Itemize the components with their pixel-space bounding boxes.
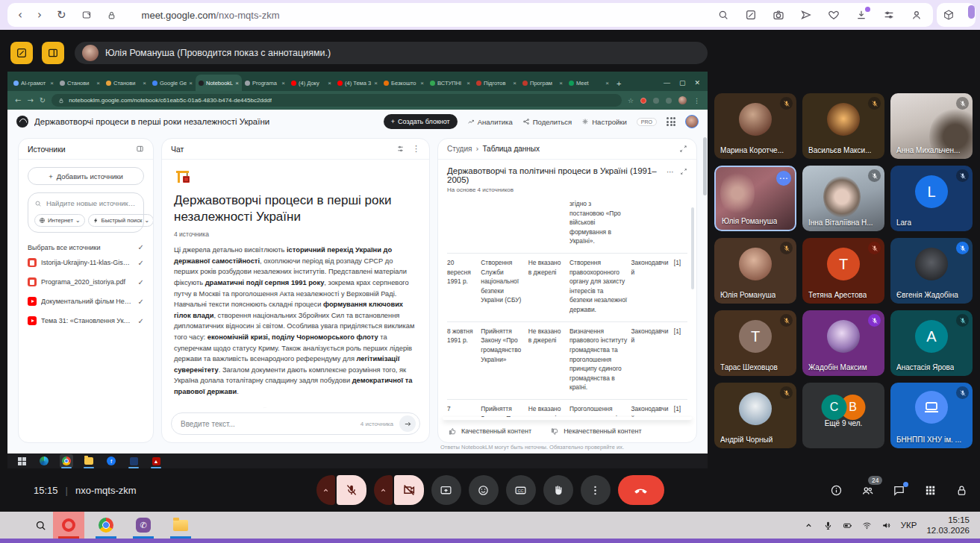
sidebar-handle[interactable] bbox=[968, 5, 975, 19]
settings-button[interactable]: Настройки bbox=[581, 118, 627, 126]
tab-close-icon[interactable]: × bbox=[96, 80, 100, 87]
browser-tab[interactable]: Програм× bbox=[519, 75, 566, 91]
expand-icon[interactable] bbox=[679, 145, 687, 153]
participant-tile[interactable]: Анна Михальчен... bbox=[890, 93, 973, 159]
extensions-sliders-icon[interactable] bbox=[883, 9, 895, 21]
discover-sources-card[interactable]: Найдите новые источники в Интернет⌄ Быст… bbox=[28, 192, 144, 233]
tab-preview-icon[interactable] bbox=[81, 10, 92, 20]
taskbar-explorer-icon[interactable] bbox=[165, 512, 196, 539]
participant-tile[interactable]: T Тарас Шеховцов bbox=[714, 310, 796, 376]
browser-tab[interactable]: (4) Тема 3× bbox=[334, 75, 381, 91]
taskbar-opera-icon[interactable] bbox=[53, 512, 84, 539]
file-explorer-icon[interactable] bbox=[82, 454, 96, 468]
forward-icon[interactable]: → bbox=[27, 96, 33, 104]
meeting-info-icon[interactable] bbox=[830, 484, 843, 497]
quick-search-chip[interactable]: Быстрый поиск⌄ bbox=[88, 214, 154, 227]
browser-tab[interactable]: (4) Доку× bbox=[288, 75, 334, 91]
source-item[interactable]: Документальний фільм Незалежність✓ bbox=[19, 292, 153, 311]
captions-button[interactable] bbox=[506, 475, 536, 505]
bad-content-button[interactable]: Некачественный контент bbox=[551, 427, 642, 436]
extension-icon[interactable] bbox=[666, 98, 672, 104]
source-item[interactable]: Programa_2020_istoriya.pdf✓ bbox=[19, 272, 153, 292]
browser-tab[interactable]: Станови× bbox=[103, 75, 149, 91]
participant-tile[interactable]: A Анастасія Ярова bbox=[890, 310, 973, 376]
language-indicator[interactable]: УКР bbox=[901, 521, 917, 530]
browser-tab[interactable]: Meet× bbox=[566, 75, 612, 91]
screenshot-icon[interactable] bbox=[773, 9, 784, 21]
taskbar-viber-icon[interactable]: ✆ bbox=[128, 512, 159, 539]
lock-icon[interactable] bbox=[107, 10, 116, 20]
bookmark-star-icon[interactable]: ☆ bbox=[628, 97, 634, 104]
extension-icon[interactable] bbox=[653, 98, 659, 104]
mic-control[interactable] bbox=[316, 475, 366, 505]
add-sources-button[interactable]: +Добавить источники bbox=[28, 167, 144, 185]
table-more-icon[interactable]: ⋯ bbox=[667, 168, 674, 176]
taskbar-chrome-icon[interactable] bbox=[90, 512, 122, 539]
source-item[interactable]: Istorija-Ukrajiny-11-klas-Gisem-2019-pro… bbox=[19, 253, 153, 272]
tab-close-icon[interactable]: × bbox=[235, 80, 239, 87]
participant-tile[interactable]: Інна Віталіївна Н... bbox=[802, 166, 884, 231]
raise-hand-button[interactable] bbox=[543, 475, 573, 505]
chrome-icon[interactable] bbox=[60, 454, 73, 468]
maximize-button[interactable]: ▢ bbox=[679, 79, 686, 87]
recording-extension-icon[interactable] bbox=[640, 98, 646, 104]
forward-button[interactable]: › bbox=[37, 8, 42, 22]
facebook-icon[interactable]: f bbox=[104, 454, 118, 468]
omnibox[interactable]: ‹ › ↻ meet.google.com/nxo-mqts-zkm bbox=[7, 3, 933, 27]
participant-tile[interactable]: БННППІ ХНУ ім. ... bbox=[890, 383, 973, 448]
good-content-button[interactable]: Качественный контент bbox=[449, 427, 531, 436]
favorites-heart-icon[interactable] bbox=[828, 9, 840, 21]
checkbox-checked-icon[interactable]: ✓ bbox=[138, 243, 144, 251]
browser-tab[interactable]: ВСТУПНІ× bbox=[427, 75, 473, 91]
chat-scroll-area[interactable]: Державотворчі процеси в перші роки незал… bbox=[162, 160, 429, 408]
tab-close-icon[interactable]: × bbox=[466, 80, 470, 87]
profile-icon[interactable] bbox=[911, 9, 923, 21]
copy-icon[interactable] bbox=[261, 407, 269, 409]
taskbar-search-icon[interactable] bbox=[34, 519, 47, 532]
chat-panel-button[interactable] bbox=[893, 484, 905, 497]
browser-tab[interactable]: Безкошто× bbox=[381, 75, 427, 91]
downloads-button[interactable] bbox=[855, 9, 867, 21]
people-panel-button[interactable]: 24 bbox=[861, 484, 874, 497]
chrome-profile-avatar[interactable] bbox=[678, 96, 687, 104]
chat-input[interactable]: Введите текст... 4 источника bbox=[171, 412, 420, 435]
save-to-note-button[interactable]: Сохранить в заметки bbox=[174, 407, 251, 408]
tab-close-icon[interactable]: × bbox=[50, 80, 54, 87]
tab-close-icon[interactable]: × bbox=[143, 80, 146, 87]
participant-tile[interactable]: Євгенія Жадобіна bbox=[890, 238, 973, 304]
select-all-sources[interactable]: Выбрать все источники✓ bbox=[28, 243, 144, 251]
send-icon[interactable] bbox=[800, 9, 812, 21]
chat-menu-icon[interactable]: ⋮ bbox=[412, 144, 420, 154]
tab-close-icon[interactable]: × bbox=[513, 80, 516, 87]
taskbar-clock[interactable]: 15:1512.03.2026 bbox=[926, 515, 970, 536]
present-button[interactable] bbox=[431, 475, 461, 505]
page-scrollbar[interactable] bbox=[703, 137, 707, 195]
participant-tile[interactable]: Жадобін Максим bbox=[802, 310, 884, 376]
tab-close-icon[interactable]: × bbox=[559, 80, 563, 87]
tune-icon[interactable] bbox=[396, 145, 405, 153]
acrobat-icon[interactable]: ▲ bbox=[149, 454, 163, 468]
table-scrollbar[interactable] bbox=[691, 207, 694, 289]
start-button[interactable] bbox=[15, 454, 28, 468]
apps-grid-icon[interactable] bbox=[667, 117, 675, 126]
chat-send-button[interactable] bbox=[399, 415, 416, 432]
back-icon[interactable]: ← bbox=[15, 96, 21, 104]
tab-close-icon[interactable]: × bbox=[328, 80, 331, 87]
tray-volume-icon[interactable] bbox=[881, 521, 891, 530]
refresh-button[interactable]: ↻ bbox=[57, 8, 66, 22]
thumb-up-icon[interactable] bbox=[280, 407, 288, 409]
tile-options-button[interactable]: ⋯ bbox=[776, 171, 791, 186]
share-button[interactable]: Поделиться bbox=[522, 118, 572, 126]
tab-close-icon[interactable]: × bbox=[605, 80, 609, 87]
browser-tab-active[interactable]: NotebookL× bbox=[196, 75, 242, 91]
studio-table-area[interactable]: Державотворчі та політичні процеси в Укр… bbox=[438, 160, 696, 417]
source-checkbox[interactable]: ✓ bbox=[138, 278, 144, 286]
camera-control[interactable] bbox=[374, 475, 424, 505]
thumb-down-icon[interactable] bbox=[299, 407, 307, 409]
participant-tile[interactable]: L Lara bbox=[890, 166, 973, 231]
end-call-button[interactable] bbox=[618, 475, 664, 505]
chrome-menu-icon[interactable]: ⋮ bbox=[693, 97, 700, 104]
tray-wifi-icon[interactable] bbox=[862, 521, 872, 530]
participant-tile[interactable]: Андрій Чорный bbox=[714, 383, 796, 448]
tab-close-icon[interactable]: × bbox=[420, 80, 424, 87]
